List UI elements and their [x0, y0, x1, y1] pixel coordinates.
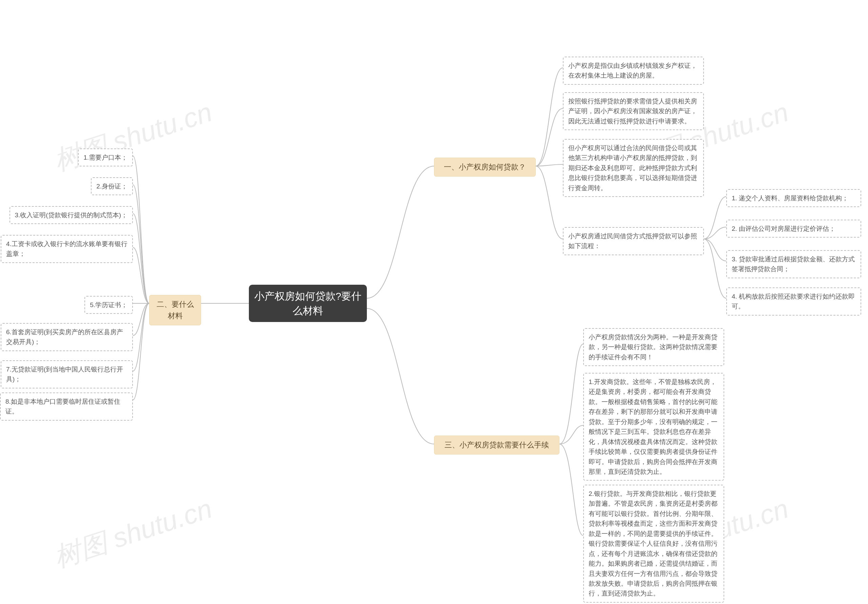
branch-how-to-loan[interactable]: 一、小产权房如何贷款？ — [434, 158, 536, 177]
b2-leaf-firsthouse: 6.首套房证明(到买卖房产的所在区县房产交易开具)； — [1, 323, 133, 351]
b2-leaf-noloan: 7.无贷款证明(到当地中国人民银行总行开具)； — [1, 360, 133, 389]
b2-leaf-tempresidence: 8.如是非本地户口需要临时居住证或暂住证。 — [0, 392, 133, 421]
b1-step-3: 3. 贷款审批通过后根据贷款金额、还款方式签署抵押贷款合同； — [726, 250, 861, 278]
b2-leaf-hukou: 1.需要户口本； — [78, 149, 133, 166]
b1-step-2: 2. 由评估公司对房屋进行定价评估； — [726, 220, 861, 238]
b3-leaf-developer: 1.开发商贷款。这些年，不管是独栋农民房，还是集资房，村委房，都可能会有开发商贷… — [583, 373, 724, 481]
b3-leaf-bank: 2.银行贷款。与开发商贷款相比，银行贷款更加普遍。不管是农民房，集资房还是村委房… — [583, 485, 724, 602]
watermark: 树图 shutu.cn — [49, 94, 217, 180]
b1-leaf-private-loan: 但小产权房可以通过合法的民间借贷公司或其他第三方机构申请小产权房屋的抵押贷款，到… — [563, 139, 704, 197]
watermark: 树图 shutu.cn — [49, 491, 217, 576]
b2-leaf-bankflow: 4.工资卡或收入银行卡的流水账单要有银行盖章； — [1, 235, 133, 263]
b1-step-1: 1. 递交个人资料、房屋资料给贷款机构； — [726, 189, 861, 207]
b2-leaf-idcard: 2.身份证； — [91, 177, 133, 195]
branch-materials[interactable]: 二、要什么材料 — [149, 295, 201, 325]
b1-leaf-definition: 小产权房是指仅由乡镇或村镇颁发乡产权证，在农村集体土地上建设的房屋。 — [563, 57, 704, 85]
b2-leaf-education: 5.学历证书； — [84, 296, 133, 314]
b2-leaf-income: 3.收入证明(贷款银行提供的制式范本)； — [9, 206, 133, 224]
b3-leaf-intro: 小产权房贷款情况分为两种。一种是开发商贷款，另一种是银行贷款。这两种贷款情况需要… — [583, 328, 724, 366]
root-node[interactable]: 小产权房如何贷款?要什么材料 — [249, 285, 367, 322]
mindmap-canvas: { "root": "小产权房如何贷款?要什么材料", "branches": … — [0, 0, 868, 604]
b1-leaf-process-intro: 小产权房通过民间借贷方式抵押贷款可以参照如下流程： — [563, 227, 704, 255]
b1-step-4: 4. 机构放款后按照还款要求进行如约还款即可。 — [726, 287, 861, 316]
b1-leaf-bank-refuse: 按照银行抵押贷款的要求需借贷人提供相关房产证明，因小产权房没有国家颁发的房产证，… — [563, 92, 704, 130]
branch-procedures[interactable]: 三、小产权房贷款需要什么手续 — [434, 435, 560, 455]
